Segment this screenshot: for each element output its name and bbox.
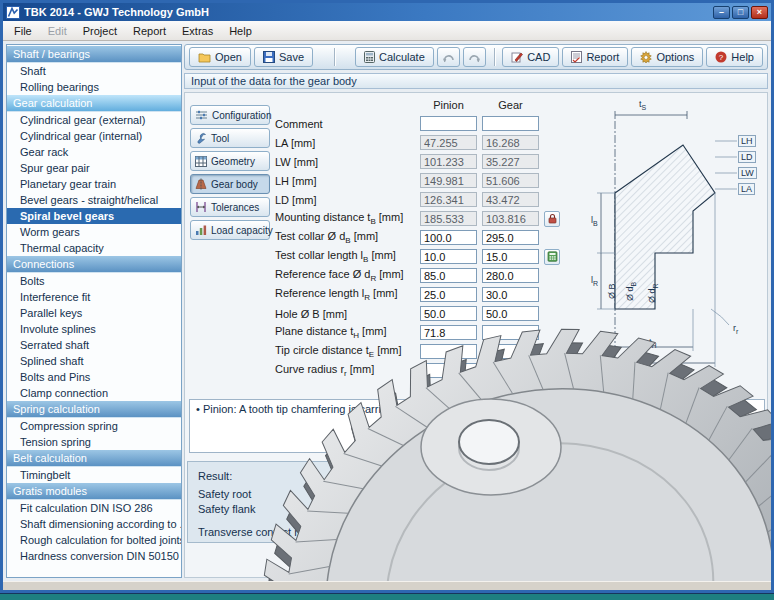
calculator-icon[interactable] (544, 249, 560, 265)
sidebar-item-planetary-gear-train[interactable]: Planetary gear train (7, 176, 181, 192)
sidebar-item-spiral-bevel-gears[interactable]: Spiral bevel gears (7, 208, 181, 224)
input-reference-length-l-r-mm-gear[interactable] (482, 287, 539, 302)
input-test-collar-length-l-b-mm-gear[interactable] (482, 249, 539, 264)
tolerances-icon (195, 201, 207, 213)
sidebar-item-thermal-capacity[interactable]: Thermal capacity (7, 240, 181, 256)
sidebar-item-shaft-dimensioning-according-to[interactable]: Shaft dimensioning according to ... (7, 516, 181, 532)
info-text: • Pinion: A tooth tip chamfering is carr… (196, 403, 393, 415)
minimize-button[interactable]: – (713, 6, 730, 19)
sidebar-item-spur-gear-pair[interactable]: Spur gear pair (7, 160, 181, 176)
app-icon (6, 6, 20, 19)
open-button[interactable]: Open (189, 47, 251, 67)
sidebar-item-parallel-keys[interactable]: Parallel keys (7, 305, 181, 321)
lock-icon[interactable] (544, 211, 560, 227)
sidebar-item-rolling-bearings[interactable]: Rolling bearings (7, 79, 181, 95)
input-plane-distance-t-h-mm-pinion[interactable] (420, 325, 477, 340)
nav-label: Geometry (211, 156, 255, 167)
sidebar-item-bolts[interactable]: Bolts (7, 273, 181, 289)
input-reference-face-d-r-mm-pinion[interactable] (420, 268, 477, 283)
sidebar-section-connections[interactable]: Connections (7, 256, 181, 273)
open-label: Open (215, 51, 242, 63)
gear-body-button[interactable]: Gear body (190, 174, 270, 194)
save-button[interactable]: Save (254, 47, 313, 67)
sidebar-item-timingbelt[interactable]: Timingbelt (7, 467, 181, 483)
sidebar-item-compression-spring[interactable]: Compression spring (7, 418, 181, 434)
sidebar-item-fit-calculation-din-iso-286[interactable]: Fit calculation DIN ISO 286 (7, 500, 181, 516)
help-button[interactable]: ? Help (706, 47, 763, 67)
cad-label: CAD (527, 51, 550, 63)
menu-extras[interactable]: Extras (174, 23, 221, 39)
sidebar-item-serrated-shaft[interactable]: Serrated shaft (7, 337, 181, 353)
sidebar-section-gratis-modules[interactable]: Gratis modules (7, 483, 181, 500)
input-reference-face-d-r-mm-gear[interactable] (482, 268, 539, 283)
sidebar-item-worm-gears[interactable]: Worm gears (7, 224, 181, 240)
cad-button[interactable]: CAD (502, 47, 559, 67)
sidebar-item-clamp-connection[interactable]: Clamp connection (7, 385, 181, 401)
menu-help[interactable]: Help (221, 23, 260, 39)
menu-project[interactable]: Project (75, 23, 125, 39)
input-hole-b-mm-gear[interactable] (482, 306, 539, 321)
maximize-button[interactable]: □ (732, 6, 749, 19)
input-lw-mm-pinion (420, 154, 477, 169)
options-button[interactable]: Options (631, 47, 703, 67)
input-curve-radius-r-r-mm-gear[interactable] (482, 363, 539, 378)
close-button[interactable]: × (751, 6, 768, 19)
nav-label: Gear body (211, 179, 258, 190)
field-label-hole-b-mm: Hole Ø B [mm] (275, 308, 420, 320)
sidebar-item-hardness-conversion-din-50150[interactable]: Hardness conversion DIN 50150 (7, 548, 181, 564)
input-hole-b-mm-pinion[interactable] (420, 306, 477, 321)
sidebar-item-interference-fit[interactable]: Interference fit (7, 289, 181, 305)
gear-body-form: Pinion Gear CommentLA [mm]LW [mm]LH [mm]… (275, 99, 571, 380)
diagram-label-te: tE (659, 367, 666, 379)
titlebar[interactable]: TBK 2014 - GWJ Technology GmbH – □ × (3, 3, 771, 21)
tool-button[interactable]: Tool (190, 128, 270, 148)
input-test-collar-d-b-mm-pinion[interactable] (420, 230, 477, 245)
configuration-button[interactable]: Configuration (190, 105, 270, 125)
geometry-button[interactable]: Geometry (190, 151, 270, 171)
field-label-tip-circle-distance-t-e-mm: Tip circle distance tE [mm] (275, 344, 420, 359)
input-tip-circle-distance-t-e-mm-pinion[interactable] (420, 344, 477, 359)
diagram-label-ts: tS (639, 99, 646, 111)
sidebar-section-spring-calculation[interactable]: Spring calculation (7, 401, 181, 418)
menu-report[interactable]: Report (125, 23, 174, 39)
sidebar-item-cylindrical-gear-internal[interactable]: Cylindrical gear (internal) (7, 128, 181, 144)
open-folder-icon (198, 52, 211, 63)
menu-file[interactable]: File (6, 23, 40, 39)
calculate-button[interactable]: Calculate (355, 47, 434, 67)
sidebar-item-shaft[interactable]: Shaft (7, 63, 181, 79)
diagram-label-diameter-b: Ø B (607, 283, 617, 299)
floppy-disk-icon (263, 51, 275, 63)
input-comment-gear[interactable] (482, 116, 539, 131)
field-label-lw-mm: LW [mm] (275, 156, 420, 168)
sidebar-section-shaft-bearings[interactable]: Shaft / bearings (7, 46, 181, 63)
input-tip-circle-distance-t-e-mm-gear[interactable] (482, 344, 539, 359)
form-row: Comment (275, 114, 571, 133)
diagram-label-th: tH (649, 337, 657, 349)
input-plane-distance-t-h-mm-gear[interactable] (482, 325, 539, 340)
nav-label: Tolerances (211, 202, 259, 213)
input-reference-length-l-r-mm-pinion[interactable] (420, 287, 477, 302)
result-panel: Result: Pinion ng Integral Flash Safety … (187, 461, 767, 543)
result-row-transverse-contact-ratio: Transverse contact ratio ε (198, 526, 324, 538)
sidebar-section-belt-calculation[interactable]: Belt calculation (7, 450, 181, 467)
sidebar-item-rough-calculation-for-bolted-joints[interactable]: Rough calculation for bolted joints (7, 532, 181, 548)
field-label-lh-mm: LH [mm] (275, 175, 420, 187)
tolerances-button[interactable]: Tolerances (190, 197, 270, 217)
report-button[interactable]: Report (562, 47, 628, 67)
input-comment-pinion[interactable] (420, 116, 477, 131)
sidebar-item-involute-splines[interactable]: Involute splines (7, 321, 181, 337)
field-label-la-mm: LA [mm] (275, 137, 420, 149)
form-row: LH [mm] (275, 171, 571, 190)
sidebar-item-splined-shaft[interactable]: Splined shaft (7, 353, 181, 369)
input-test-collar-d-b-mm-gear[interactable] (482, 230, 539, 245)
load-capacity-button[interactable]: Load capacity (190, 220, 270, 240)
sidebar-item-bolts-and-pins[interactable]: Bolts and Pins (7, 369, 181, 385)
sidebar-section-gear-calculation[interactable]: Gear calculation (7, 95, 181, 112)
load-capacity-icon (195, 224, 207, 236)
sidebar-item-bevel-gears-straight-helical[interactable]: Bevel gears - straight/helical (7, 192, 181, 208)
input-curve-radius-r-r-mm-pinion[interactable] (420, 363, 477, 378)
sidebar-item-gear-rack[interactable]: Gear rack (7, 144, 181, 160)
sidebar-item-tension-spring[interactable]: Tension spring (7, 434, 181, 450)
input-test-collar-length-l-b-mm-pinion[interactable] (420, 249, 477, 264)
sidebar-item-cylindrical-gear-external[interactable]: Cylindrical gear (external) (7, 112, 181, 128)
